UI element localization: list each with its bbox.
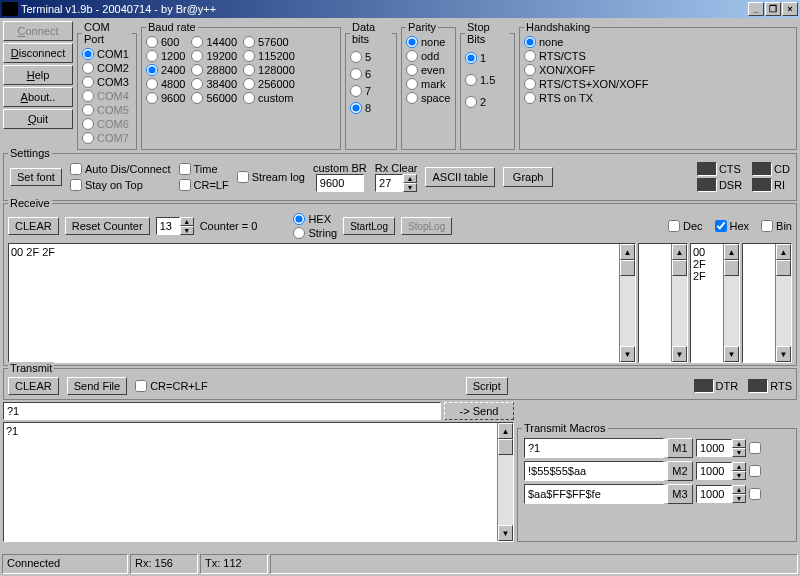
crlf-check[interactable]: CR=LF — [179, 178, 229, 192]
par-space[interactable]: space — [406, 91, 451, 105]
sb-1[interactable]: 1 — [465, 51, 510, 65]
maximize-button[interactable]: ❐ — [765, 2, 781, 16]
setfont-button[interactable]: Set font — [10, 168, 62, 186]
dtr-indicator[interactable]: DTR — [694, 379, 739, 393]
databits-7[interactable]: 7 — [350, 84, 392, 98]
baud-28800[interactable]: 28800 — [191, 63, 237, 77]
macro-btn-0[interactable]: M1 — [667, 438, 693, 458]
baud-115200[interactable]: 115200 — [243, 49, 295, 63]
macro-chk-0[interactable] — [749, 442, 761, 454]
databits-8[interactable]: 8 — [350, 101, 392, 115]
tx-area[interactable]: ?1 ▲▼ — [3, 422, 514, 542]
rts-indicator[interactable]: RTS — [748, 379, 792, 393]
macro-input-2[interactable] — [525, 485, 669, 503]
macro-chk-1[interactable] — [749, 465, 761, 477]
about-button[interactable]: About.. — [3, 87, 73, 107]
baud-600[interactable]: 600 — [146, 35, 185, 49]
rx-dec-area[interactable]: ▲▼ — [638, 243, 688, 363]
com-COM3[interactable]: COM3 — [82, 75, 132, 89]
macro-input-1[interactable] — [525, 462, 669, 480]
hs-RTS/CTS+XON/XOFF[interactable]: RTS/CTS+XON/XOFF — [524, 77, 792, 91]
rxclear-up[interactable]: ▲ — [403, 174, 417, 183]
baud-2400[interactable]: 2400 — [146, 63, 185, 77]
crcrlf-check[interactable]: CR=CR+LF — [135, 379, 207, 393]
rx-bin-area[interactable]: ▲▼ — [742, 243, 792, 363]
hex-check[interactable]: Hex — [715, 219, 750, 233]
tx-clear-button[interactable]: CLEAR — [8, 377, 59, 395]
baud-128000[interactable]: 128000 — [243, 63, 295, 77]
hs-RTS on TX[interactable]: RTS on TX — [524, 91, 792, 105]
custombr-input[interactable] — [316, 174, 364, 192]
hs-none[interactable]: none — [524, 35, 792, 49]
autodis-check[interactable]: Auto Dis/Connect — [70, 162, 171, 176]
sb-2[interactable]: 2 — [465, 95, 510, 109]
stayontop-check[interactable]: Stay on Top — [70, 178, 171, 192]
connect-button[interactable]: CConnectonnect — [3, 21, 73, 41]
baud-57600[interactable]: 57600 — [243, 35, 295, 49]
macro-num-1[interactable] — [696, 462, 732, 480]
baud-1200[interactable]: 1200 — [146, 49, 185, 63]
baud-19200[interactable]: 19200 — [191, 49, 237, 63]
com-COM6[interactable]: COM6 — [82, 117, 132, 131]
rx-spin-down[interactable]: ▼ — [180, 226, 194, 235]
com-COM1[interactable]: COM1 — [82, 47, 132, 61]
close-button[interactable]: × — [782, 2, 798, 16]
baud-14400[interactable]: 14400 — [191, 35, 237, 49]
script-button[interactable]: Script — [466, 377, 508, 395]
send-button[interactable]: -> Send — [444, 402, 514, 420]
sb-1.5[interactable]: 1.5 — [465, 73, 510, 87]
reset-counter-button[interactable]: Reset Counter — [65, 217, 150, 235]
scroll-up[interactable]: ▲ — [620, 244, 635, 260]
sendfile-button[interactable]: Send File — [67, 377, 127, 395]
rx-main-area[interactable]: 00 2F 2F ▲▼ — [8, 243, 636, 363]
stoplog-button[interactable]: StopLog — [401, 217, 452, 235]
baud-256000[interactable]: 256000 — [243, 77, 295, 91]
rxclear-down[interactable]: ▼ — [403, 183, 417, 192]
titlebar[interactable]: Terminal v1.9b - 20040714 - by Br@y++ _ … — [0, 0, 800, 18]
par-odd[interactable]: odd — [406, 49, 451, 63]
hs-RTS/CTS[interactable]: RTS/CTS — [524, 49, 792, 63]
baud-56000[interactable]: 56000 — [191, 91, 237, 105]
help-button[interactable]: Help — [3, 65, 73, 85]
baud-38400[interactable]: 38400 — [191, 77, 237, 91]
rx-spin-up[interactable]: ▲ — [180, 217, 194, 226]
par-none[interactable]: none — [406, 35, 451, 49]
com-COM2[interactable]: COM2 — [82, 61, 132, 75]
graph-button[interactable]: Graph — [503, 167, 553, 187]
dec-check[interactable]: Dec — [668, 219, 703, 233]
rx-hex-area[interactable]: 002F2F▲▼ — [690, 243, 740, 363]
startlog-button[interactable]: StartLog — [343, 217, 395, 235]
time-check[interactable]: Time — [179, 162, 229, 176]
baud-9600[interactable]: 9600 — [146, 91, 185, 105]
macro-btn-2[interactable]: M3 — [667, 484, 693, 504]
streamlog-check[interactable]: Stream log — [237, 170, 305, 184]
par-mark[interactable]: mark — [406, 77, 451, 91]
databits-5[interactable]: 5 — [350, 50, 392, 64]
hs-XON/XOFF[interactable]: XON/XOFF — [524, 63, 792, 77]
scroll-down[interactable]: ▼ — [620, 346, 635, 362]
par-even[interactable]: even — [406, 63, 451, 77]
com-COM7[interactable]: COM7 — [82, 131, 132, 145]
rx-string-radio[interactable]: String — [293, 226, 337, 240]
macro-num-0[interactable] — [696, 439, 732, 457]
com-COM5[interactable]: COM5 — [82, 103, 132, 117]
databits-6[interactable]: 6 — [350, 67, 392, 81]
quit-button[interactable]: Quit — [3, 109, 73, 129]
macro-input-0[interactable] — [525, 439, 669, 457]
baud-4800[interactable]: 4800 — [146, 77, 185, 91]
macro-btn-1[interactable]: M2 — [667, 461, 693, 481]
macro-num-2[interactable] — [696, 485, 732, 503]
rx-spin-input[interactable] — [156, 217, 180, 235]
rx-clear-button[interactable]: CLEAR — [8, 217, 59, 235]
macro-chk-2[interactable] — [749, 488, 761, 500]
rx-hex-radio[interactable]: HEX — [293, 212, 337, 226]
tx-input[interactable] — [3, 402, 441, 420]
disconnect-button[interactable]: Disconnect — [3, 43, 73, 63]
baud-custom[interactable]: custom — [243, 91, 295, 105]
com-COM4[interactable]: COM4 — [82, 89, 132, 103]
rxclear-input[interactable] — [375, 174, 403, 192]
ascii-button[interactable]: ASCII table — [425, 167, 495, 187]
scroll-thumb[interactable] — [620, 260, 635, 276]
bin-check[interactable]: Bin — [761, 219, 792, 233]
minimize-button[interactable]: _ — [748, 2, 764, 16]
